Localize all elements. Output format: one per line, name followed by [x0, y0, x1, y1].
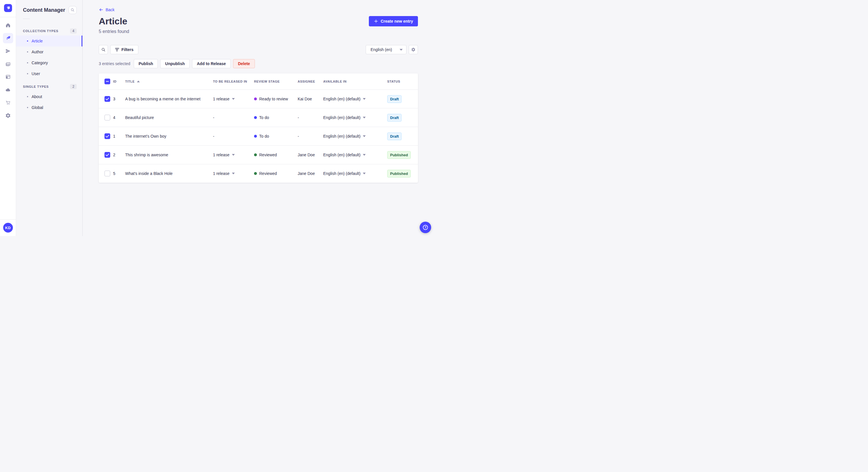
- cell-assignee: Kai Doe: [298, 97, 323, 101]
- collection-types-section: COLLECTION TYPES 4 Article Author Catego…: [16, 26, 82, 79]
- sidebar-item-user[interactable]: User: [16, 68, 82, 79]
- row-checkbox[interactable]: [104, 115, 110, 121]
- table-row[interactable]: 4 Beautiful picture - To do - English (e…: [99, 108, 418, 127]
- status-badge: Draft: [387, 133, 402, 140]
- caret-down-icon: [363, 135, 366, 137]
- content-type-builder-icon[interactable]: [3, 72, 13, 82]
- unpublish-button[interactable]: Unpublish: [160, 59, 189, 68]
- sidebar-item-article[interactable]: Article: [16, 36, 82, 46]
- status-badge: Published: [387, 151, 411, 159]
- cell-status: Draft: [387, 95, 418, 103]
- select-all-checkbox[interactable]: [104, 78, 110, 84]
- sidebar-item-global[interactable]: Global: [16, 102, 82, 113]
- view-settings-button[interactable]: [409, 45, 418, 54]
- row-checkbox[interactable]: [104, 171, 110, 176]
- table-row[interactable]: 3 A bug is becoming a meme on the intern…: [99, 90, 418, 108]
- sidebar-item-label: User: [32, 71, 40, 76]
- section-count-badge: 4: [70, 28, 76, 34]
- search-icon: [101, 47, 105, 52]
- plus-icon: [374, 19, 378, 24]
- column-header-assignee: ASSIGNEE: [298, 80, 323, 83]
- search-button[interactable]: [99, 45, 108, 54]
- rail-icon-list: [3, 17, 13, 121]
- caret-down-icon: [232, 98, 235, 100]
- bullet-icon: [27, 107, 28, 108]
- sidebar-item-label: Article: [32, 39, 43, 43]
- bullet-icon: [27, 73, 28, 74]
- caret-down-icon: [400, 49, 403, 51]
- cell-release[interactable]: 1 release: [213, 153, 254, 157]
- cell-available-in[interactable]: English (en) (default): [323, 153, 387, 157]
- column-header-title[interactable]: TITLE: [125, 80, 213, 83]
- row-checkbox[interactable]: [104, 133, 110, 139]
- bullet-icon: [27, 96, 28, 97]
- sidebar-item-about[interactable]: About: [16, 91, 82, 102]
- help-button[interactable]: ?: [420, 222, 431, 233]
- caret-down-icon: [363, 98, 366, 100]
- gear-icon: [411, 47, 415, 52]
- single-types-section: SINGLE TYPES 2 About Global: [16, 82, 82, 113]
- cell-release[interactable]: 1 release: [213, 97, 254, 101]
- create-new-entry-button[interactable]: Create new entry: [369, 16, 418, 26]
- publish-button[interactable]: Publish: [134, 59, 158, 68]
- back-link[interactable]: Back: [99, 7, 115, 12]
- section-count-badge: 2: [70, 84, 76, 89]
- column-header-id: ID: [113, 80, 125, 83]
- page-title: Article: [99, 16, 129, 27]
- stage-dot-icon: [254, 172, 257, 175]
- table-row[interactable]: 1 The internet's Own boy - To do - Engli…: [99, 127, 418, 145]
- cell-status: Published: [387, 151, 418, 159]
- cell-release[interactable]: 1 release: [213, 171, 254, 176]
- settings-icon[interactable]: [3, 110, 13, 121]
- content-manager-icon[interactable]: [3, 33, 13, 43]
- home-icon[interactable]: [3, 20, 13, 30]
- cell-id: 2: [113, 153, 125, 157]
- stage-dot-icon: [254, 116, 257, 119]
- caret-down-icon: [363, 117, 366, 119]
- row-checkbox[interactable]: [104, 152, 110, 158]
- table-row[interactable]: 5 What's inside a Black Hole 1 release R…: [99, 164, 418, 183]
- add-to-release-button[interactable]: Add to Release: [192, 59, 231, 68]
- cell-available-in[interactable]: English (en) (default): [323, 115, 387, 120]
- cell-assignee: -: [298, 134, 323, 138]
- sidebar-item-author[interactable]: Author: [16, 46, 82, 57]
- marketplace-icon[interactable]: [3, 98, 13, 108]
- media-library-icon[interactable]: [3, 59, 13, 69]
- caret-down-icon: [232, 173, 235, 174]
- cell-available-in[interactable]: English (en) (default): [323, 134, 387, 138]
- deployments-icon[interactable]: [3, 85, 13, 95]
- svg-text:?: ?: [425, 226, 426, 229]
- table-row[interactable]: 2 This shrimp is awesome 1 release Revie…: [99, 145, 418, 164]
- cell-available-in[interactable]: English (en) (default): [323, 97, 387, 101]
- content-manager-subnav: Content Manager COLLECTION TYPES 4 Artic…: [16, 0, 83, 236]
- caret-down-icon: [232, 154, 235, 156]
- releases-icon[interactable]: [3, 46, 13, 56]
- cell-status: Published: [387, 170, 418, 177]
- filters-button[interactable]: Filters: [110, 45, 138, 54]
- cell-review-stage: Reviewed: [254, 171, 298, 176]
- strapi-logo[interactable]: [4, 4, 12, 12]
- section-label: COLLECTION TYPES: [23, 29, 58, 33]
- entries-table: ID TITLE TO BE RELEASED IN REVIEW STAGE …: [99, 73, 418, 183]
- subnav-title: Content Manager: [23, 7, 65, 13]
- cell-id: 4: [113, 115, 125, 120]
- cell-assignee: Jane Doe: [298, 171, 323, 176]
- user-avatar[interactable]: KD: [3, 223, 13, 233]
- bullet-icon: [27, 40, 28, 42]
- stage-dot-icon: [254, 135, 257, 138]
- bullet-icon: [27, 51, 28, 53]
- cell-review-stage: Reviewed: [254, 153, 298, 157]
- locale-select[interactable]: English (en): [366, 45, 406, 54]
- cell-status: Draft: [387, 114, 418, 122]
- cell-id: 1: [113, 134, 125, 138]
- cell-review-stage: To do: [254, 134, 298, 138]
- main-content: Back Article 5 entries found Create new …: [83, 0, 434, 236]
- logo-container: [0, 0, 16, 17]
- delete-button[interactable]: Delete: [233, 59, 255, 68]
- subnav-search-button[interactable]: [69, 6, 76, 14]
- row-checkbox[interactable]: [104, 96, 110, 102]
- filters-icon: [115, 48, 119, 51]
- cell-title: Beautiful picture: [125, 115, 213, 120]
- cell-available-in[interactable]: English (en) (default): [323, 171, 387, 176]
- sidebar-item-category[interactable]: Category: [16, 57, 82, 68]
